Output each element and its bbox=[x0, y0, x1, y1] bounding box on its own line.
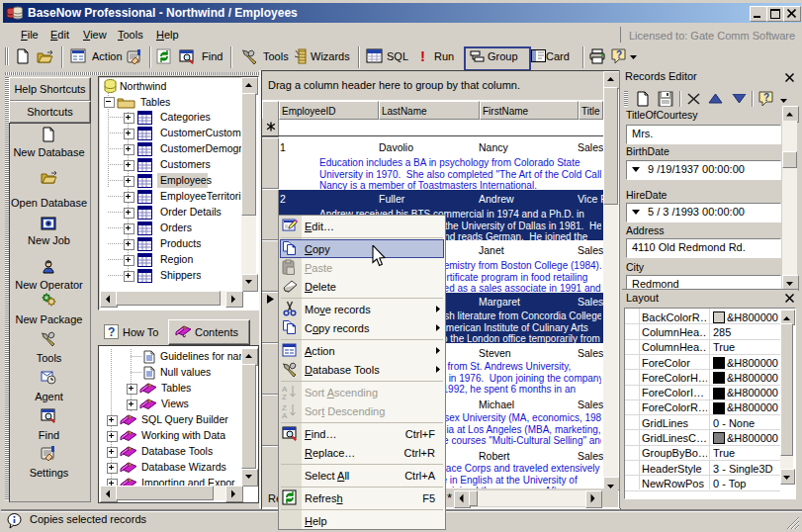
svg-text:Z: Z bbox=[282, 393, 287, 400]
svg-text:?: ? bbox=[616, 49, 622, 60]
svg-text:?: ? bbox=[763, 92, 769, 103]
svg-text:A: A bbox=[282, 411, 288, 419]
svg-text:?: ? bbox=[108, 325, 115, 339]
